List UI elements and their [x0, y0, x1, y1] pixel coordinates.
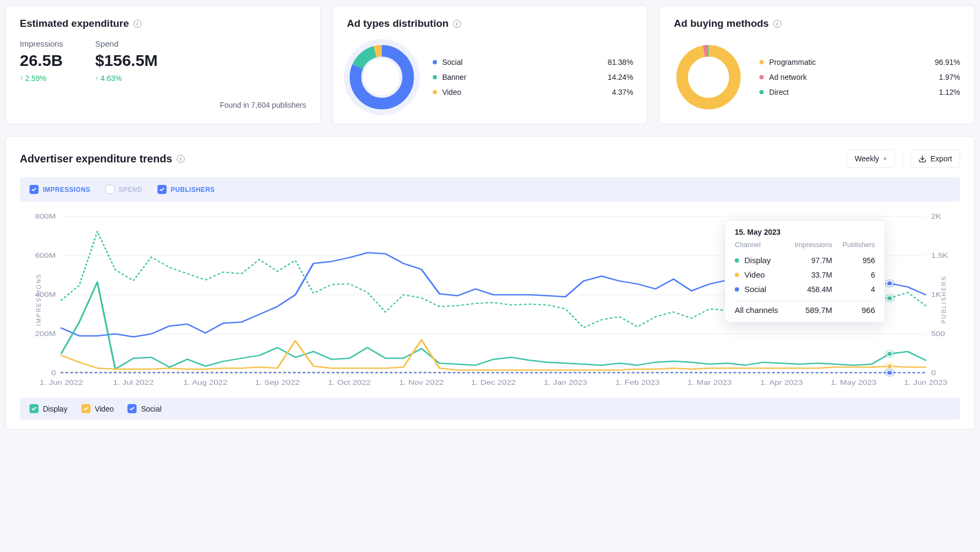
export-button[interactable]: Export — [910, 150, 960, 168]
dot-icon — [433, 90, 437, 94]
svg-text:1. Jun 2023: 1. Jun 2023 — [904, 379, 947, 386]
tooltip-col-publishers: Publishers — [832, 241, 875, 249]
legend-video[interactable]: Video — [81, 404, 114, 413]
toggle-impressions[interactable]: IMPRESSIONS — [29, 185, 91, 194]
tooltip-value: 97.7M — [798, 256, 832, 265]
legend-label: Social — [442, 58, 501, 66]
tooltip-total-value: 589.7M — [798, 305, 832, 315]
info-icon[interactable]: i — [453, 20, 461, 28]
legend-label: Direct — [769, 88, 828, 96]
found-in-publishers: Found in 7,604 publishers — [20, 101, 306, 109]
legend-label: Ad network — [769, 73, 828, 81]
svg-text:1.5K: 1.5K — [931, 252, 949, 259]
svg-text:200M: 200M — [35, 330, 56, 338]
impressions-label: Impressions — [20, 39, 63, 48]
tooltip-total-value: 966 — [832, 305, 875, 315]
period-label: Weekly — [855, 154, 879, 163]
info-icon[interactable]: i — [133, 20, 141, 28]
toggle-label: PUBLISHERS — [171, 186, 215, 193]
impressions-value: 26.5B — [20, 51, 63, 70]
tooltip-label: Social — [744, 285, 798, 294]
toggle-publishers[interactable]: PUBLISHERS — [157, 185, 215, 194]
svg-text:1. Jul 2022: 1. Jul 2022 — [113, 379, 154, 386]
y-axis-right-label: PUBLISHERS — [940, 275, 947, 324]
svg-text:1. Sep 2022: 1. Sep 2022 — [255, 379, 299, 386]
svg-text:500: 500 — [931, 330, 945, 338]
legend-row-programmatic: Programmatic 96.91% — [759, 55, 960, 70]
metric-spend: Spend $156.5M ↑ 4.63% — [95, 39, 158, 83]
tooltip-date: 15. May 2023 — [735, 228, 875, 236]
spend-delta: ↑ 4.63% — [95, 74, 158, 83]
impressions-delta-value: 2.59% — [25, 74, 47, 83]
info-icon[interactable]: i — [773, 20, 781, 28]
dot-icon — [433, 60, 437, 64]
svg-text:1. Dec 2022: 1. Dec 2022 — [471, 379, 516, 386]
svg-text:0: 0 — [931, 369, 936, 377]
toggle-label: SPEND — [119, 186, 142, 193]
legend-label: Display — [43, 405, 67, 413]
toggle-spend[interactable]: SPEND — [105, 185, 142, 194]
dot-icon — [759, 75, 764, 79]
legend-value: 14.24% — [608, 73, 633, 81]
svg-point-43 — [887, 364, 892, 368]
svg-text:1. Mar 2023: 1. Mar 2023 — [688, 379, 732, 386]
metric-impressions: Impressions 26.5B ↑ 2.59% — [20, 39, 63, 83]
checkbox-icon — [127, 404, 137, 413]
toggle-label: IMPRESSIONS — [43, 186, 91, 193]
trends-chart[interactable]: IMPRESSIONS PUBLISHERS 0200M400M600M800M… — [20, 208, 960, 391]
y-axis-left-label: IMPRESSIONS — [35, 273, 42, 326]
svg-text:1. Feb 2023: 1. Feb 2023 — [615, 379, 660, 386]
legend-social[interactable]: Social — [127, 404, 161, 413]
donut-buying-methods — [674, 42, 743, 112]
period-select[interactable]: Weekly ▾ — [847, 150, 895, 168]
card-ad-types: Ad types distribution i Social 81.38% — [333, 5, 648, 124]
tooltip-value: 33.7M — [798, 271, 832, 279]
tooltip-total: All channels 589.7M 966 — [735, 305, 875, 315]
chart-tooltip: 15. May 2023 Channel Impressions Publish… — [725, 220, 885, 323]
tooltip-label: Video — [744, 270, 798, 279]
dot-icon — [735, 273, 739, 277]
dot-icon — [433, 75, 437, 79]
export-label: Export — [931, 154, 952, 163]
tooltip-row-display: Display 97.7M 956 — [735, 253, 875, 267]
spend-delta-value: 4.63% — [101, 74, 122, 83]
card-trends: Advertiser expenditure trends i Weekly ▾… — [5, 136, 975, 430]
spend-value: $156.5M — [95, 51, 158, 70]
tooltip-value: 458.4M — [798, 285, 832, 294]
card-buying-methods: Ad buying methods i Programmatic 96.91% — [659, 5, 975, 124]
svg-text:800M: 800M — [35, 213, 56, 220]
svg-point-37 — [887, 281, 892, 285]
svg-point-40 — [887, 352, 892, 356]
legend-display[interactable]: Display — [29, 404, 67, 413]
chevron-down-icon: ▾ — [884, 155, 887, 162]
card-expenditure: Estimated expenditure i Impressions 26.5… — [5, 5, 321, 124]
info-icon[interactable]: i — [177, 155, 185, 163]
tooltip-row-video: Video 33.7M 6 — [735, 267, 875, 282]
tooltip-value: 956 — [832, 256, 875, 265]
dot-icon — [735, 287, 739, 292]
legend-value: 81.38% — [608, 58, 633, 66]
svg-text:1. Oct 2022: 1. Oct 2022 — [328, 379, 371, 386]
tooltip-total-label: All channels — [735, 305, 798, 315]
svg-text:600M: 600M — [35, 252, 56, 259]
spend-label: Spend — [95, 39, 158, 48]
legend-row-adnetwork: Ad network 1.97% — [759, 70, 960, 85]
tooltip-col-impressions: Impressions — [794, 241, 832, 249]
legend-label: Video — [95, 405, 114, 413]
card-ad-types-title-text: Ad types distribution — [347, 18, 449, 29]
svg-text:1. Jun 2022: 1. Jun 2022 — [40, 379, 83, 386]
svg-text:1. May 2023: 1. May 2023 — [831, 379, 877, 386]
legend-label: Social — [141, 405, 161, 413]
legend-label: Programmatic — [769, 58, 828, 66]
legend-row-direct: Direct 1.12% — [759, 85, 960, 100]
chart-legend: Display Video Social — [20, 398, 960, 420]
tooltip-row-social: Social 458.4M 4 — [735, 282, 875, 296]
card-buying-title-text: Ad buying methods — [674, 18, 768, 29]
checkbox-icon — [81, 404, 91, 413]
trends-title-text: Advertiser expenditure trends — [20, 153, 172, 165]
legend-value: 4.37% — [612, 88, 634, 96]
legend-value: 1.12% — [939, 88, 960, 96]
checkbox-icon — [157, 185, 167, 194]
tooltip-col-channel: Channel — [735, 241, 794, 249]
trends-title: Advertiser expenditure trends i — [20, 153, 185, 165]
